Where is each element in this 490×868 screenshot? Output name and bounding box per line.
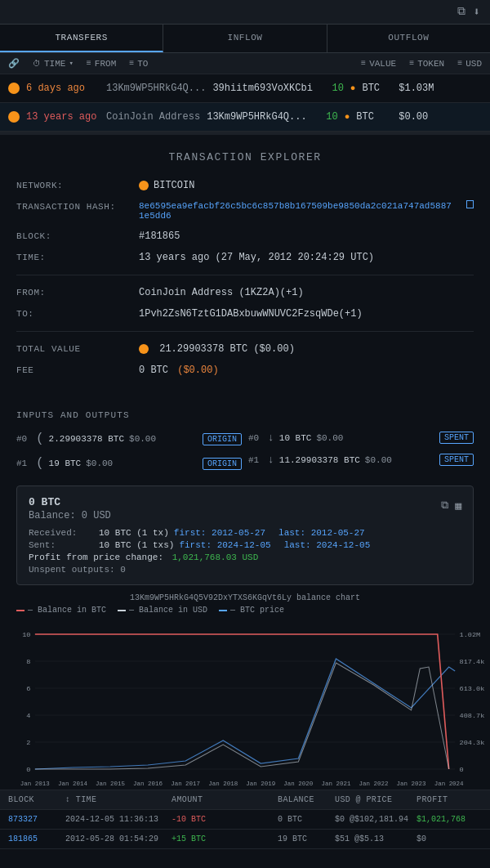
legend-btc-bal-label: — Balance in BTC xyxy=(28,606,106,615)
filter-value-label: VALUE xyxy=(369,59,396,69)
block-row: BLOCK: #181865 xyxy=(16,230,474,242)
filter-time[interactable]: ⏱ TIME ▾ xyxy=(33,59,74,69)
io-grid: #0 ( 2.29903378 BTC $0.00 ORIGIN #1 ( 19… xyxy=(16,430,474,472)
output-amount-0: 10 BTC xyxy=(279,433,312,443)
filter-link[interactable]: 🔗 xyxy=(8,58,20,69)
chart-legend: — Balance in BTC — Balance in USD — BTC … xyxy=(0,606,490,620)
received-first: first: 2012-05-27 xyxy=(174,528,265,538)
svg-text:204.3k: 204.3k xyxy=(460,739,485,746)
copy-wallet-icon[interactable]: ⧉ xyxy=(441,499,448,512)
tab-transfers[interactable]: TRANSFERS xyxy=(0,25,163,52)
hash-row: TRANSACTION HASH: 8e6595ea9efacbf26c5bc6… xyxy=(16,201,474,221)
btc-value-icon xyxy=(139,344,149,354)
tx-time[interactable]: 13 years ago xyxy=(26,111,100,123)
row-profit-0: $1,021,768 xyxy=(416,815,482,824)
tab-outflow[interactable]: OUTFLOW xyxy=(327,25,490,52)
total-value: 21.29903378 BTC ($0.00) xyxy=(139,343,295,355)
filter-value[interactable]: ≡ VALUE xyxy=(361,59,396,69)
btc-bal-dot xyxy=(16,610,24,611)
wallet-usd-balance: Balance: 0 USD xyxy=(29,510,370,521)
block-label: BLOCK: xyxy=(16,230,131,241)
chevron-down-icon: ▾ xyxy=(69,59,73,68)
qr-icon[interactable]: ▦ xyxy=(455,499,461,512)
external-link-icon[interactable] xyxy=(466,200,474,208)
row-block-0[interactable]: 873327 xyxy=(8,815,65,824)
svg-text:613.0k: 613.0k xyxy=(460,685,485,692)
input-badge-0[interactable]: ORIGIN xyxy=(203,433,242,445)
svg-text:Jan 2019: Jan 2019 xyxy=(246,781,275,787)
input-usd-1: $0.00 xyxy=(86,459,113,468)
tx-time[interactable]: 6 days ago xyxy=(26,83,100,94)
sent-last: last: 2024-12-05 xyxy=(284,540,371,550)
svg-text:408.7k: 408.7k xyxy=(460,712,485,719)
table-row: 13 years ago CoinJoin Address 13Km9WP5HR… xyxy=(0,103,490,132)
tx-to[interactable]: 39hiitm693VoXKCbi xyxy=(212,83,312,94)
filter-token[interactable]: ≡ TOKEN xyxy=(409,59,444,69)
tx-from: CoinJoin Address xyxy=(106,111,200,123)
svg-text:Jan 2023: Jan 2023 xyxy=(397,781,426,787)
received-value: 10 BTC (1 tx) xyxy=(99,528,169,538)
fee-label: FEE xyxy=(16,365,131,375)
row-usd-1: $51 @$5.13 xyxy=(335,834,416,843)
bottom-table: Block ↕ Time Amount Balance USD @ Price … xyxy=(0,790,490,849)
row-amount-0: -10 BTC xyxy=(172,815,278,824)
hash-value[interactable]: 8e6595ea9efacbf26c5bc6c857b8b167509be985… xyxy=(139,201,455,221)
link-icon: 🔗 xyxy=(8,58,20,69)
filter-usd[interactable]: ≡ USD xyxy=(457,59,482,69)
btc-token-icon: ● xyxy=(350,83,356,93)
svg-text:6: 6 xyxy=(26,685,30,692)
profit-value: 1,021,768.03 USD xyxy=(172,553,259,562)
svg-rect-0 xyxy=(0,626,490,790)
input-row-0: #0 ( 2.29903378 BTC $0.00 ORIGIN xyxy=(16,430,242,448)
row-usd-0: $0 @$102,181.94 xyxy=(335,815,416,824)
output-usd-0: $0.00 xyxy=(316,433,343,443)
svg-text:Jan 2015: Jan 2015 xyxy=(96,781,125,787)
unspent-row: Unspent outputs: 0 xyxy=(29,565,370,575)
row-block-1[interactable]: 181865 xyxy=(8,834,65,843)
filter-to-icon: ≡ xyxy=(129,59,134,68)
divider-1 xyxy=(16,275,474,275)
input-amount-1: 19 BTC xyxy=(49,459,82,468)
network-label: NETWORK: xyxy=(16,180,131,190)
fee-row: FEE 0 BTC ($0.00) xyxy=(16,365,474,376)
outputs-column: #0 ↓ 10 BTC $0.00 SPENT #1 ↓ 11.29903378… xyxy=(248,430,474,472)
input-badge-1[interactable]: ORIGIN xyxy=(203,458,242,470)
svg-text:2: 2 xyxy=(26,739,30,746)
legend-usd-balance: — Balance in USD xyxy=(118,606,207,615)
tx-to[interactable]: 13Km9WP5HRkG4Q... xyxy=(207,111,306,123)
svg-text:0: 0 xyxy=(26,766,30,773)
tx-token: BTC xyxy=(362,83,386,94)
filter-from[interactable]: ≡ FROM xyxy=(87,59,116,69)
io-title: INPUTS AND OUTPUTS xyxy=(16,410,474,420)
table-header: Block ↕ Time Amount Balance USD @ Price … xyxy=(0,790,490,810)
tx-value: 10 xyxy=(319,83,344,94)
tx-usd: $0.00 xyxy=(387,111,428,123)
sent-first: first: 2024-12-05 xyxy=(179,540,270,550)
total-value-row: TOTAL VALUE 21.29903378 BTC ($0.00) xyxy=(16,343,474,355)
input-row-1: #1 ( 19 BTC $0.00 ORIGIN xyxy=(16,454,242,472)
output-badge-1[interactable]: SPENT xyxy=(439,454,474,466)
download-icon[interactable]: ⬇ xyxy=(474,5,480,19)
divider-2 xyxy=(16,331,474,332)
copy-icon[interactable]: ⧉ xyxy=(457,5,466,19)
filter-token-icon: ≡ xyxy=(409,59,414,68)
col-balance: Balance xyxy=(278,795,335,804)
filter-usd-icon: ≡ xyxy=(457,59,462,68)
svg-text:0: 0 xyxy=(460,766,464,773)
filter-to-label: TO xyxy=(137,59,148,69)
tab-inflow[interactable]: INFLOW xyxy=(163,25,327,52)
time-row: TIME: 13 years ago (27 May, 2012 20:24:2… xyxy=(16,252,474,263)
input-index-0: #0 xyxy=(16,434,31,444)
to-value: 1Pvh2ZsN6TztG1DABxbuwWNUVC2FzsqWDe(+1) xyxy=(139,308,363,320)
to-row: TO: 1Pvh2ZsN6TztG1DABxbuwWNUVC2FzsqWDe(+… xyxy=(16,308,474,320)
output-row-1: #1 ↓ 11.29903378 BTC $0.00 SPENT xyxy=(248,452,474,468)
total-value-label: TOTAL VALUE xyxy=(16,343,131,354)
tab-bar: TRANSFERS INFLOW OUTFLOW xyxy=(0,25,490,53)
explorer-title: TRANSACTION EXPLORER xyxy=(16,151,474,163)
transactions-table: 6 days ago 13Km9WP5HRkG4Q... 39hiitm693V… xyxy=(0,74,490,132)
output-badge-0[interactable]: SPENT xyxy=(439,432,474,444)
filter-to[interactable]: ≡ TO xyxy=(129,59,148,69)
wallet-card: 0 BTC Balance: 0 USD Received: 10 BTC (1… xyxy=(16,485,474,585)
col-profit: Profit xyxy=(416,795,482,804)
row-balance-0: 0 BTC xyxy=(278,815,335,824)
